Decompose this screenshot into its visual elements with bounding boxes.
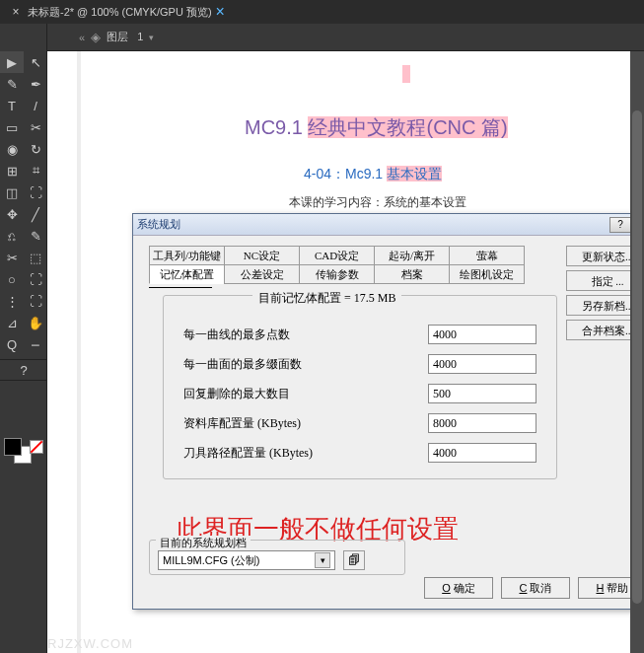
tool-icon[interactable]: ⛶ [24,181,47,203]
tool-icon[interactable]: ⛶ [24,268,47,290]
dialog-tab[interactable]: 绘图机设定 [449,264,525,284]
doc-lesson: 本课的学习内容：系统的基本设置 [289,194,466,211]
config-file-value: MILL9M.CFG (公制) [163,553,259,568]
dialog-tab[interactable]: 记忆体配置 [149,264,225,284]
tool-icon[interactable]: ⋮ [0,290,24,312]
dialog-tab[interactable]: 起动/离开 [374,246,450,265]
layers-icon[interactable]: ◈ [91,30,101,44]
layers-panel-label[interactable]: 图层 1 [107,30,143,44]
tool-icon[interactable]: ⊿ [0,312,24,333]
memory-setting-label: 回复删除的最大数目 [183,386,428,402]
doc-title-hl: 经典中文教程(CNC 篇) [308,116,507,138]
tool-icon[interactable]: ▭ [0,116,24,138]
tool-icon[interactable]: ◫ [0,181,24,203]
dialog-tab[interactable]: 工具列/功能键 [149,246,225,265]
app-header: × 未标题-2* @ 100% (CMYK/GPU 预览) × [0,0,644,24]
tool-icon[interactable]: ◉ [0,138,24,160]
memory-setting-input[interactable] [428,325,537,344]
memory-groupbox: 目前记忆体配置 = 17.5 MB 每一曲线的最多点数每一曲面的最多缀面数回复删… [163,295,557,479]
color-swatches[interactable] [4,438,43,468]
tool-icon[interactable]: ⊞ [0,160,24,181]
memory-setting-row: 每一曲面的最多缀面数 [183,354,537,374]
tool-icon[interactable]: ▶ [0,51,24,73]
tool-icon[interactable]: ╱ [24,203,47,225]
copy-config-icon[interactable]: 🗐 [343,550,365,570]
foreground-swatch[interactable] [4,438,22,456]
collapse-arrow-icon[interactable]: « [79,32,85,43]
tab-block: 工具列/功能键NC设定CAD设定起动/离开萤幕 记忆体配置公差设定传输参数档案绘… [149,246,524,284]
memory-setting-row: 回复删除的最大数目 [183,384,537,403]
ok-button[interactable]: O 确定 [424,577,493,599]
active-tab-underline [149,287,212,288]
dialog-title: 系统规划 [137,217,608,232]
vertical-scrollbar[interactable] [630,51,644,653]
help-tool-icon[interactable]: ? [0,359,47,381]
dialog-help-button[interactable]: ? [609,217,631,233]
tab-close-icon[interactable]: × [8,4,24,20]
dialog-tab[interactable]: NC设定 [224,246,300,265]
dropdown-arrow-icon[interactable]: ▾ [149,33,154,42]
tool-icon[interactable]: ↖ [24,51,47,73]
tool-icon[interactable]: ○ [0,268,24,290]
doc-subtitle-hl: 基本设置 [387,166,442,181]
none-swatch[interactable] [30,440,43,454]
doc-title: MC9.1 经典中文教程(CNC 篇) [245,114,508,141]
tool-icon[interactable]: / [24,95,47,116]
dialog-tab[interactable]: 公差设定 [224,264,300,284]
memory-setting-label: 刀具路径配置量 (KBytes) [183,445,428,462]
tool-icon[interactable]: ⌗ [24,160,47,181]
system-config-dialog: 系统规划 ? ✕ 工具列/功能键NC设定CAD设定起动/离开萤幕 记忆体配置公差… [132,213,644,610]
dialog-titlebar[interactable]: 系统规划 ? ✕ [133,214,644,236]
dialog-tab[interactable]: CAD设定 [299,246,375,265]
tool-icon[interactable]: ⛶ [24,290,47,312]
tool-icon[interactable]: ✥ [0,203,24,225]
panel-count: 1 [137,31,143,42]
watermark: RJZXW.COM [47,636,133,651]
tool-icon[interactable]: ⬚ [24,247,47,268]
scrollbar-thumb[interactable] [632,110,642,604]
panel-name: 图层 [107,31,128,42]
config-file-groupbox: 目前的系统规划档 MILL9M.CFG (公制) ▾ 🗐 [149,540,405,575]
dialog-tab[interactable]: 档案 [374,264,450,284]
dialog-tab[interactable]: 传输参数 [299,264,375,284]
memory-setting-label: 每一曲面的最多缀面数 [183,356,428,373]
memory-setting-input[interactable] [428,354,537,374]
tool-palette: ▶↖✎✒T/▭✂◉↻⊞⌗◫⛶✥╱⎌✎✂⬚○⛶⋮⛶⊿✋Q⎼ ? [0,24,47,653]
tool-icon[interactable]: ✎ [24,225,47,247]
memory-setting-input[interactable] [428,384,537,403]
tool-icon[interactable]: ⎌ [0,225,24,247]
tool-icon[interactable]: ✂ [0,247,24,268]
document-tab-title[interactable]: 未标题-2* @ 100% (CMYK/GPU 预览) [28,5,212,20]
tool-icon[interactable]: ✎ [0,73,24,95]
memory-setting-row: 资料库配置量 (KBytes) [183,413,537,433]
doc-subtitle: 4-04：Mc9.1 基本设置 [304,166,442,183]
dropdown-arrow-icon[interactable]: ▾ [315,552,330,568]
tab-close-x[interactable]: × [216,3,225,21]
tool-icon[interactable]: ✂ [24,116,47,138]
doc-title-pre: MC9.1 [245,116,308,138]
memory-setting-row: 每一曲线的最多点数 [183,325,537,344]
memory-setting-input[interactable] [428,413,537,433]
tool-icon[interactable]: ↻ [24,138,47,160]
tool-icon[interactable]: T [0,95,24,116]
tool-icon[interactable]: ✒ [24,73,47,95]
memory-setting-label: 每一曲线的最多点数 [183,326,428,343]
cancel-button[interactable]: C 取消 [501,577,570,599]
doc-subtitle-pre: 4-04：Mc9.1 [304,166,387,181]
control-bar: « ◈ 图层 1 ▾ [0,24,644,51]
memory-group-title: 目前记忆体配置 = 17.5 MB [252,290,401,307]
tool-icon[interactable]: ⎼ [24,333,47,355]
config-file-select[interactable]: MILL9M.CFG (公制) ▾ [158,550,335,570]
config-file-label: 目前的系统规划档 [156,536,250,550]
dialog-action-buttons: O 确定 C 取消 H 帮助 [424,577,644,599]
memory-setting-label: 资料库配置量 (KBytes) [183,415,428,432]
dialog-tab[interactable]: 萤幕 [449,246,525,265]
canvas: MC9.1 经典中文教程(CNC 篇) 4-04：Mc9.1 基本设置 本课的学… [47,51,644,653]
tool-icon[interactable]: Q [0,333,24,355]
selection-mark [402,65,410,83]
memory-setting-row: 刀具路径配置量 (KBytes) [183,443,537,463]
memory-setting-input[interactable] [428,443,537,463]
tool-icon[interactable]: ✋ [24,312,47,333]
